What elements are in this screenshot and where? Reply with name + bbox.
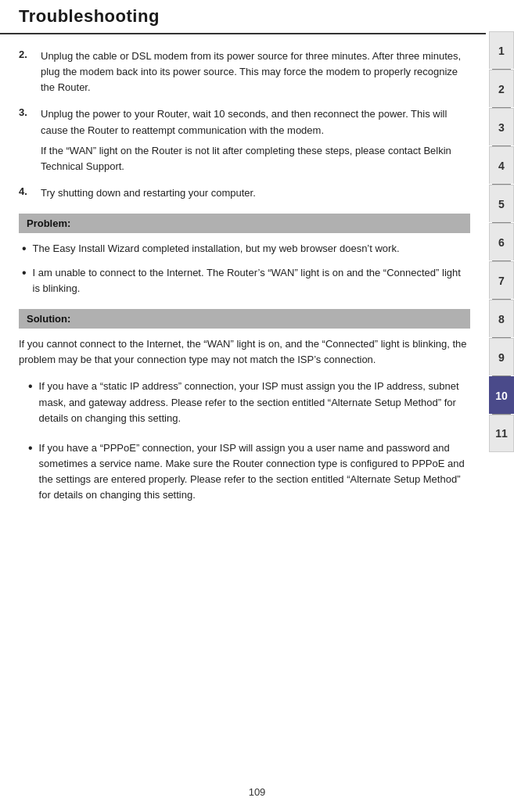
step-3-item: 3. Unplug the power to your Router, wait… bbox=[19, 106, 470, 174]
solution-text: If you cannot connect to the Internet, t… bbox=[19, 336, 470, 368]
solution-bullet-2: If you have a “PPPoE” connection, your I… bbox=[19, 440, 470, 504]
side-tabs: 1 2 3 4 5 6 7 8 9 10 11 bbox=[489, 31, 514, 452]
step-4-item: 4. Try shutting down and restarting your… bbox=[19, 185, 470, 201]
step-3-text-2: If the “WAN” light on the Router is not … bbox=[41, 143, 470, 174]
page-number: 109 bbox=[249, 786, 266, 798]
step-4-text: Try shutting down and restarting your co… bbox=[41, 185, 256, 201]
step-2-number: 2. bbox=[19, 49, 41, 95]
tab-7[interactable]: 7 bbox=[489, 261, 514, 299]
problem-bullet-1: The Easy Install Wizard completed instal… bbox=[19, 241, 470, 257]
step-2-item: 2. Unplug the cable or DSL modem from it… bbox=[19, 49, 470, 95]
solution-bullet-1: If you have a “static IP address” connec… bbox=[19, 379, 470, 426]
page-header: Troubleshooting bbox=[0, 0, 486, 34]
tab-8[interactable]: 8 bbox=[489, 300, 514, 337]
solution-bullet-2-text: If you have a “PPPoE” connection, your I… bbox=[39, 440, 470, 504]
page-container: Troubleshooting 1 2 3 4 5 6 7 8 9 10 11 … bbox=[0, 0, 514, 812]
tab-10[interactable]: 10 bbox=[489, 376, 514, 414]
solution-label: Solution: bbox=[27, 313, 70, 325]
problem-bullet-1-text: The Easy Install Wizard completed instal… bbox=[33, 241, 400, 257]
tab-1[interactable]: 1 bbox=[489, 31, 514, 69]
problem-label: Problem: bbox=[27, 217, 70, 229]
tab-6[interactable]: 6 bbox=[489, 223, 514, 260]
problem-list: The Easy Install Wizard completed instal… bbox=[19, 241, 470, 296]
step-3-text: Unplug the power to your Router, wait 10… bbox=[41, 106, 470, 174]
solution-list: If you have a “static IP address” connec… bbox=[19, 379, 470, 503]
step-2-text: Unplug the cable or DSL modem from its p… bbox=[41, 49, 470, 95]
step-4-number: 4. bbox=[19, 185, 41, 201]
tab-2[interactable]: 2 bbox=[489, 70, 514, 107]
step-3-text-1: Unplug the power to your Router, wait 10… bbox=[41, 106, 470, 138]
page-title: Troubleshooting bbox=[19, 6, 160, 26]
tab-5[interactable]: 5 bbox=[489, 185, 514, 222]
problem-bullet-2-text: I am unable to connect to the Internet. … bbox=[33, 265, 470, 296]
problem-header: Problem: bbox=[19, 214, 470, 233]
tab-9[interactable]: 9 bbox=[489, 338, 514, 375]
step-3-number: 3. bbox=[19, 106, 41, 174]
tab-4[interactable]: 4 bbox=[489, 146, 514, 184]
tab-11[interactable]: 11 bbox=[489, 415, 514, 452]
tab-3[interactable]: 3 bbox=[489, 108, 514, 146]
solution-header: Solution: bbox=[19, 309, 470, 329]
solution-bullet-1-text: If you have a “static IP address” connec… bbox=[39, 379, 470, 426]
problem-bullet-2: I am unable to connect to the Internet. … bbox=[19, 265, 470, 296]
content-body: 2. Unplug the cable or DSL modem from it… bbox=[0, 34, 486, 533]
